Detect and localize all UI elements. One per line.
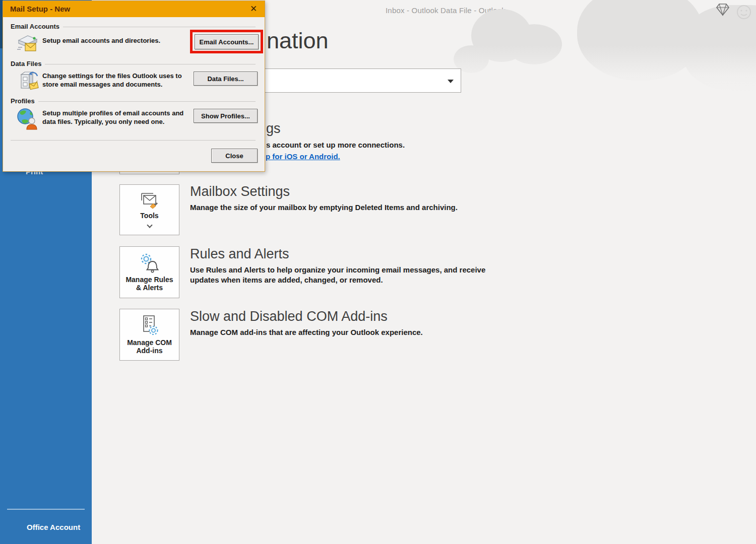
account-settings-description-fragment: s account or set up more connections. (266, 141, 405, 149)
mail-setup-dialog: Mail Setup - New ✕ Email Accounts Setup … (3, 1, 265, 172)
email-accounts-button[interactable]: Email Accounts... (195, 34, 259, 49)
group-divider (63, 27, 256, 27)
section-description: Manage COM add-ins that are affecting yo… (190, 327, 423, 337)
close-button[interactable]: Close (211, 149, 258, 163)
group-divider (38, 101, 256, 102)
sidebar-item-office-account[interactable]: Office Account (27, 523, 80, 531)
profiles-icon (16, 107, 38, 130)
section-description: Use Rules and Alerts to help organize yo… (190, 265, 485, 275)
outlook-backstage: Print Office Account Inbox - Outlook Dat… (0, 0, 756, 544)
group-description: Setup multiple profiles of email account… (42, 109, 183, 126)
button-label: & Alerts (136, 283, 163, 292)
manage-com-addins-button[interactable]: Manage COM Add-ins (119, 309, 179, 361)
email-accounts-icon (16, 32, 39, 53)
group-description: Change settings for the files Outlook us… (42, 72, 182, 89)
decorative-bubbles (454, 0, 756, 101)
section-title-rules-and-alerts: Rules and Alerts (190, 246, 289, 262)
dialog-titlebar[interactable]: Mail Setup - New ✕ (3, 1, 265, 17)
mailbox-cleanup-icon (140, 193, 159, 209)
group-description: Setup email accounts and directories. (42, 36, 160, 45)
close-icon[interactable]: ✕ (248, 4, 259, 14)
group-label-data-files: Data Files (11, 60, 41, 67)
button-label: Add-ins (136, 346, 162, 355)
section-description: updates when items are added, changed, o… (190, 275, 383, 285)
group-divider (45, 64, 256, 64)
section-title-mailbox-settings: Mailbox Settings (190, 184, 290, 199)
sidebar-divider (7, 509, 85, 510)
dialog-title: Mail Setup - New (10, 5, 70, 13)
dialog-divider (11, 140, 256, 141)
account-settings-heading-fragment: gs (266, 121, 281, 137)
group-label-profiles: Profiles (11, 97, 35, 105)
bubble-fade (454, 0, 756, 101)
com-addins-icon (140, 315, 159, 336)
group-label-email-accounts: Email Accounts (11, 23, 59, 30)
data-files-button[interactable]: Data Files... (194, 72, 258, 86)
chevron-down-icon (448, 80, 454, 83)
rules-and-alerts-icon (140, 253, 160, 273)
outlook-app-link-fragment[interactable]: p for iOS or Android. (266, 152, 340, 161)
show-profiles-button[interactable]: Show Profiles... (194, 109, 258, 123)
mailbox-tools-button[interactable]: Tools (119, 184, 179, 235)
manage-rules-alerts-button[interactable]: Manage Rules & Alerts (119, 246, 179, 298)
chevron-down-icon (147, 222, 152, 228)
data-files-icon (16, 70, 39, 93)
section-title-com-addins: Slow and Disabled COM Add-ins (190, 309, 388, 324)
button-label: Tools (140, 211, 158, 220)
page-title: nation (267, 28, 329, 54)
section-description: Manage the size of your mailbox by empty… (190, 202, 458, 213)
